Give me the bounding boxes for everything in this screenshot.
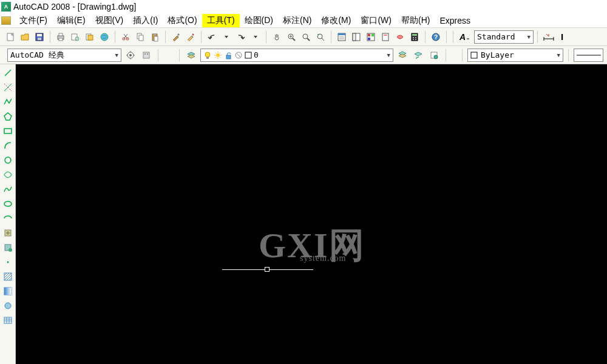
color-value: ByLayer bbox=[481, 50, 514, 59]
svg-rect-28 bbox=[371, 34, 374, 36]
svg-rect-44 bbox=[144, 53, 146, 55]
layer-combo[interactable]: 0 ▼ bbox=[200, 49, 393, 62]
dim-style-icon[interactable] bbox=[541, 30, 557, 44]
gradient-icon[interactable] bbox=[2, 285, 14, 297]
svg-rect-30 bbox=[382, 33, 388, 41]
linetype-combo[interactable] bbox=[574, 49, 603, 62]
redo-icon[interactable] bbox=[234, 30, 248, 44]
print-icon[interactable] bbox=[54, 30, 67, 44]
polygon-icon[interactable] bbox=[2, 110, 14, 123]
separator bbox=[201, 31, 202, 43]
text-style-icon[interactable]: A bbox=[457, 30, 473, 44]
svg-rect-23 bbox=[338, 33, 345, 35]
svg-text:A: A bbox=[459, 32, 466, 42]
cut-icon[interactable] bbox=[119, 30, 132, 44]
zoom-window-icon[interactable] bbox=[299, 30, 313, 44]
save-icon[interactable] bbox=[33, 30, 46, 44]
svg-rect-29 bbox=[368, 38, 370, 40]
markup-icon[interactable] bbox=[393, 30, 407, 44]
grip-handle[interactable] bbox=[265, 267, 270, 272]
undo-icon[interactable] bbox=[205, 30, 219, 44]
ellipse-icon[interactable] bbox=[2, 198, 14, 210]
hatch-icon[interactable] bbox=[2, 271, 14, 283]
menu-format[interactable]: 格式(O) bbox=[163, 14, 202, 27]
globe-icon[interactable] bbox=[98, 30, 111, 44]
publish-icon[interactable] bbox=[83, 30, 97, 44]
menu-window[interactable]: 窗口(W) bbox=[356, 14, 396, 27]
point-icon[interactable] bbox=[2, 256, 14, 268]
separator bbox=[462, 49, 463, 61]
zoom-realtime-icon[interactable] bbox=[285, 30, 298, 44]
line-icon[interactable] bbox=[2, 67, 14, 79]
menu-view[interactable]: 视图(V) bbox=[90, 14, 129, 27]
menu-help[interactable]: 帮助(H) bbox=[396, 14, 435, 27]
svg-point-46 bbox=[205, 52, 210, 57]
properties-icon[interactable] bbox=[335, 30, 348, 44]
design-center-icon[interactable] bbox=[350, 30, 363, 44]
partial-text: I bbox=[561, 32, 563, 42]
menu-dimension[interactable]: 标注(N) bbox=[278, 14, 316, 27]
new-file-icon[interactable] bbox=[4, 30, 17, 44]
ellipse-arc-icon[interactable] bbox=[2, 212, 14, 224]
paste-icon[interactable] bbox=[148, 30, 161, 44]
table-icon[interactable] bbox=[2, 314, 14, 326]
insert-block-icon[interactable] bbox=[2, 227, 14, 239]
menu-insert[interactable]: 插入(I) bbox=[128, 14, 163, 27]
layer-filter-icon[interactable] bbox=[427, 49, 441, 62]
color-combo[interactable]: ByLayer ▼ bbox=[467, 49, 563, 62]
revision-cloud-icon[interactable] bbox=[2, 169, 14, 181]
match-properties-icon[interactable] bbox=[169, 30, 183, 44]
separator bbox=[446, 31, 447, 43]
svg-point-35 bbox=[415, 37, 416, 38]
undo-dropdown-icon[interactable] bbox=[220, 30, 233, 44]
text-style-combo[interactable]: Standard ▼ bbox=[474, 30, 534, 44]
open-file-icon[interactable] bbox=[18, 30, 32, 44]
zoom-previous-icon[interactable] bbox=[314, 30, 327, 44]
svg-rect-17 bbox=[154, 33, 156, 35]
construction-line-icon[interactable] bbox=[2, 81, 14, 93]
make-block-icon[interactable] bbox=[2, 241, 14, 254]
plot-preview-icon[interactable] bbox=[69, 30, 82, 44]
svg-point-36 bbox=[413, 39, 414, 40]
block-editor-icon[interactable] bbox=[184, 30, 197, 44]
circle-icon[interactable] bbox=[2, 154, 14, 166]
rectangle-icon[interactable] bbox=[2, 125, 14, 137]
separator bbox=[50, 31, 50, 43]
svg-point-42 bbox=[129, 54, 132, 56]
quickcalc-icon[interactable] bbox=[408, 30, 421, 44]
svg-rect-18 bbox=[154, 36, 158, 41]
drawing-canvas[interactable]: GXI网 system.com bbox=[16, 64, 607, 364]
layer-properties-icon[interactable] bbox=[185, 49, 198, 62]
region-icon[interactable] bbox=[2, 300, 14, 312]
workspace-lock-icon[interactable] bbox=[140, 49, 153, 62]
menu-modify[interactable]: 修改(M) bbox=[316, 14, 356, 27]
workspace-combo[interactable]: AutoCAD 经典 ▼ bbox=[7, 49, 121, 62]
arc-icon[interactable] bbox=[2, 140, 14, 152]
menu-express[interactable]: Express bbox=[435, 15, 475, 27]
pan-icon[interactable] bbox=[270, 30, 283, 44]
workspace-settings-icon[interactable] bbox=[124, 49, 137, 62]
separator bbox=[158, 49, 158, 61]
sun-icon bbox=[214, 51, 222, 59]
svg-rect-59 bbox=[4, 129, 12, 133]
polyline-icon[interactable] bbox=[2, 96, 14, 108]
tool-palettes-icon[interactable] bbox=[364, 30, 378, 44]
spline-icon[interactable] bbox=[2, 183, 14, 195]
copy-icon[interactable] bbox=[134, 30, 147, 44]
svg-point-20 bbox=[303, 34, 308, 39]
help-icon[interactable]: ? bbox=[429, 30, 443, 44]
svg-rect-49 bbox=[226, 55, 231, 59]
menu-edit[interactable]: 编辑(E) bbox=[52, 14, 90, 27]
separator bbox=[331, 31, 331, 43]
sheet-set-icon[interactable] bbox=[379, 30, 392, 44]
menu-tools[interactable]: 工具(T) bbox=[202, 14, 240, 27]
menu-file[interactable]: 文件(F) bbox=[15, 14, 52, 27]
window-title: AutoCAD 2008 - [Drawing1.dwg] bbox=[13, 2, 136, 12]
menu-draw[interactable]: 绘图(D) bbox=[240, 14, 278, 27]
layer-previous-icon[interactable] bbox=[412, 49, 425, 62]
separator bbox=[446, 49, 446, 61]
layer-states-icon[interactable] bbox=[396, 49, 409, 62]
svg-point-69 bbox=[5, 303, 11, 309]
redo-dropdown-icon[interactable] bbox=[249, 30, 262, 44]
separator bbox=[165, 31, 166, 43]
